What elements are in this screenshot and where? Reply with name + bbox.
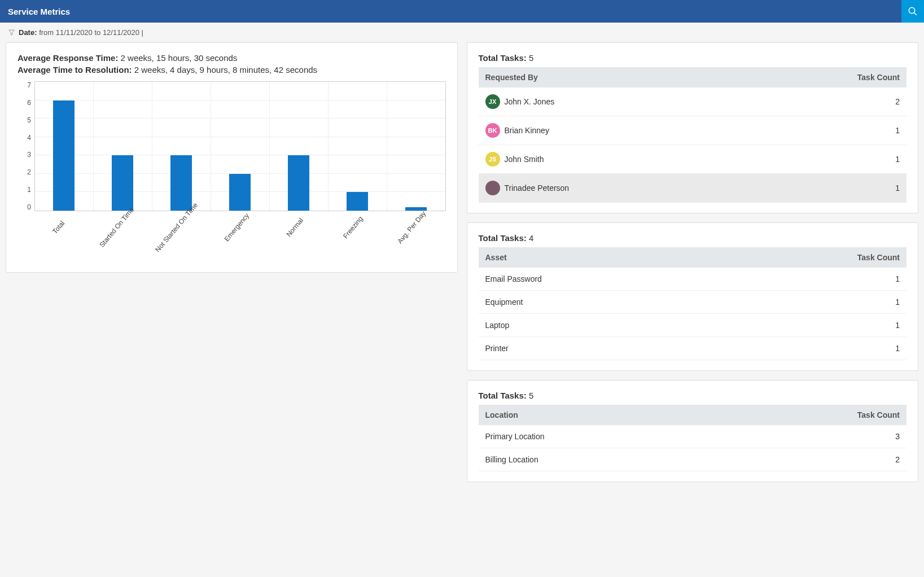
bar-slot — [152, 82, 211, 211]
y-tick: 6 — [17, 99, 31, 107]
metrics-card: Average Response Time: 2 weeks, 15 hours… — [6, 42, 458, 273]
cell-count: 1 — [716, 291, 907, 314]
table-row[interactable]: JSJohn Smith1 — [479, 145, 907, 174]
asset-card: Total Tasks: 4 Asset Task Count Email Pa… — [467, 222, 919, 371]
asset-table: Asset Task Count Email Password1Equipmen… — [479, 247, 907, 360]
avatar: BK — [485, 123, 500, 138]
person-name: Brian Kinney — [505, 126, 549, 135]
x-label: Normal — [271, 214, 329, 262]
bar[interactable] — [405, 207, 427, 211]
person-name: John Smith — [505, 155, 544, 164]
col-task-count[interactable]: Task Count — [716, 247, 907, 268]
y-tick: 3 — [17, 151, 31, 159]
x-label: Started On Time — [93, 214, 151, 262]
bar[interactable] — [229, 174, 251, 211]
filter-value: from 11/11/2020 to 12/11/2020 | — [39, 28, 143, 37]
bar-chart: 76543210 TotalStarted On TimeNot Started… — [17, 81, 446, 262]
table-row[interactable]: Primary Location3 — [479, 425, 907, 448]
filter-label: Date: — [19, 28, 37, 37]
col-task-count[interactable]: Task Count — [750, 67, 907, 88]
y-tick: 0 — [17, 203, 31, 211]
avg-response-line: Average Response Time: 2 weeks, 15 hours… — [17, 53, 446, 63]
filter-icon — [8, 29, 15, 36]
cell-count: 1 — [750, 174, 907, 203]
col-task-count[interactable]: Task Count — [720, 405, 907, 425]
cell-count: 2 — [720, 448, 907, 471]
avg-resolution-line: Average Time to Resolution: 2 weeks, 4 d… — [17, 65, 446, 75]
x-label: Avg. Per Day — [387, 214, 445, 262]
cell-name: Primary Location — [479, 425, 721, 448]
bar[interactable] — [112, 155, 133, 211]
svg-line-1 — [914, 12, 917, 15]
y-tick: 1 — [17, 186, 31, 194]
cell-count: 2 — [750, 88, 907, 116]
x-label: Not Started On Time — [151, 214, 212, 262]
cell-count: 1 — [716, 268, 907, 291]
location-total: Total Tasks: 5 — [479, 391, 907, 400]
bar-slot — [270, 82, 329, 211]
bar-slot — [211, 82, 270, 211]
bar[interactable] — [53, 100, 75, 211]
cell-name: Printer — [479, 337, 717, 360]
bar[interactable] — [347, 192, 368, 211]
avg-resolution-label: Average Time to Resolution: — [17, 65, 132, 75]
search-icon — [908, 6, 918, 16]
y-tick: 4 — [17, 134, 31, 142]
y-tick: 5 — [17, 116, 31, 124]
col-requested-by[interactable]: Requested By — [479, 67, 751, 88]
page-title: Service Metrics — [0, 7, 70, 16]
table-row[interactable]: JXJohn X. Jones2 — [479, 88, 907, 116]
requested-by-card: Total Tasks: 5 Requested By Task Count J… — [467, 42, 919, 213]
avg-resolution-value: 2 weeks, 4 days, 9 hours, 8 minutes, 42 … — [134, 65, 317, 75]
avatar: JS — [485, 152, 500, 167]
col-asset[interactable]: Asset — [479, 247, 717, 268]
asset-total: Total Tasks: 4 — [479, 233, 907, 243]
person-name: Trinadee Peterson — [505, 183, 570, 193]
location-table: Location Task Count Primary Location3Bil… — [479, 405, 907, 471]
table-row[interactable]: Billing Location2 — [479, 448, 907, 471]
table-row[interactable]: Laptop1 — [479, 314, 907, 337]
location-card: Total Tasks: 5 Location Task Count Prima… — [467, 380, 919, 482]
x-label: Emergency — [213, 214, 271, 262]
avatar — [485, 181, 500, 195]
filter-bar[interactable]: Date: from 11/11/2020 to 12/11/2020 | — [0, 23, 924, 42]
bar[interactable] — [170, 155, 192, 211]
cell-name: Equipment — [479, 291, 717, 314]
cell-count: 3 — [720, 425, 907, 448]
search-button[interactable] — [901, 0, 924, 23]
header: Service Metrics — [0, 0, 924, 23]
bar-slot — [94, 82, 152, 211]
y-tick: 2 — [17, 168, 31, 176]
cell-count: 1 — [750, 116, 907, 145]
svg-point-0 — [909, 7, 915, 14]
col-location[interactable]: Location — [479, 405, 721, 425]
table-row[interactable]: Trinadee Peterson1 — [479, 174, 907, 203]
table-row[interactable]: BKBrian Kinney1 — [479, 116, 907, 145]
requested-total: Total Tasks: 5 — [479, 53, 907, 63]
avatar: JX — [485, 94, 500, 109]
bar[interactable] — [288, 155, 309, 211]
bar-slot — [387, 82, 445, 211]
y-tick: 7 — [17, 81, 31, 89]
cell-count: 1 — [716, 314, 907, 337]
bar-slot — [329, 82, 387, 211]
cell-name: Billing Location — [479, 448, 721, 471]
cell-count: 1 — [750, 145, 907, 174]
requested-table: Requested By Task Count JXJohn X. Jones2… — [479, 67, 907, 203]
x-label: Freezing — [329, 214, 387, 262]
cell-name: Email Password — [479, 268, 717, 291]
table-row[interactable]: Equipment1 — [479, 291, 907, 314]
bar-slot — [35, 82, 94, 211]
table-row[interactable]: Email Password1 — [479, 268, 907, 291]
person-name: John X. Jones — [505, 97, 555, 106]
table-row[interactable]: Printer1 — [479, 337, 907, 360]
x-label: Total — [34, 214, 93, 262]
svg-marker-2 — [9, 30, 15, 35]
avg-response-label: Average Response Time: — [17, 53, 118, 63]
avg-response-value: 2 weeks, 15 hours, 30 seconds — [121, 53, 238, 63]
cell-count: 1 — [716, 337, 907, 360]
cell-name: Laptop — [479, 314, 717, 337]
